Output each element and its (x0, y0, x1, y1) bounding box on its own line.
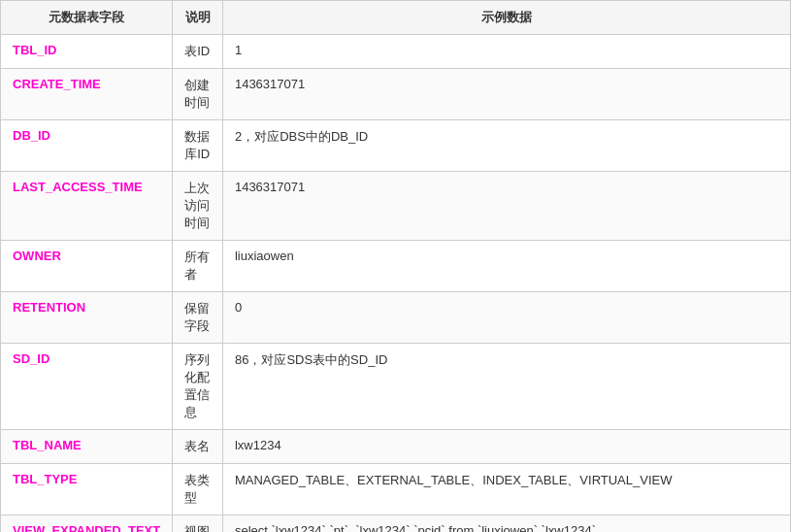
cell-field-name: TBL_TYPE (1, 464, 173, 515)
cell-description: 数据库ID (173, 120, 223, 172)
field-name-text: TBL_NAME (13, 438, 82, 452)
field-name-text: VIEW_EXPANDED_TEXT (13, 523, 160, 532)
cell-example: 1436317071 (222, 172, 790, 241)
field-name-text: DB_ID (13, 128, 50, 143)
cell-description: 所有者 (173, 241, 223, 292)
table-row: TBL_NAME表名lxw1234 (1, 430, 791, 464)
table-row: VIEW_EXPANDED_TEXT视图的详细HQL语句select `lxw1… (1, 515, 791, 533)
table-row: DB_ID数据库ID2，对应DBS中的DB_ID (1, 120, 791, 172)
table-row: RETENTION保留字段0 (1, 292, 791, 344)
cell-example: liuxiaowen (222, 241, 790, 292)
cell-field-name: LAST_ACCESS_TIME (1, 172, 173, 241)
cell-description: 序列化配置信息 (173, 344, 223, 430)
cell-example: 1436317071 (222, 69, 790, 120)
field-name-text: OWNER (13, 249, 61, 263)
cell-field-name: OWNER (1, 241, 173, 292)
cell-field-name: VIEW_EXPANDED_TEXT (1, 515, 173, 533)
table-row: TBL_TYPE表类型MANAGED_TABLE、EXTERNAL_TABLE、… (1, 464, 791, 515)
table-row: TBL_ID表ID1 (1, 35, 791, 69)
header-field: 元数据表字段 (1, 1, 173, 35)
cell-example: lxw1234 (222, 430, 790, 464)
table-row: CREATE_TIME创建时间1436317071 (1, 69, 791, 120)
cell-description: 上次访问时间 (173, 172, 223, 241)
table-row: OWNER所有者liuxiaowen (1, 241, 791, 292)
cell-field-name: TBL_ID (1, 35, 173, 69)
cell-description: 创建时间 (173, 69, 223, 120)
cell-field-name: DB_ID (1, 120, 173, 172)
field-name-text: SD_ID (13, 351, 49, 366)
cell-example: select `lxw1234`.`pt`, `lxw1234`.`pcid` … (222, 515, 790, 533)
cell-field-name: TBL_NAME (1, 430, 173, 464)
cell-example: 86，对应SDS表中的SD_ID (222, 344, 790, 430)
cell-example: MANAGED_TABLE、EXTERNAL_TABLE、INDEX_TABLE… (222, 464, 790, 515)
cell-description: 视图的详细HQL语句 (173, 515, 223, 533)
cell-field-name: SD_ID (1, 344, 173, 430)
field-name-text: TBL_ID (13, 43, 57, 57)
cell-example: 1 (222, 35, 790, 69)
cell-description: 表类型 (173, 464, 223, 515)
cell-description: 保留字段 (173, 292, 223, 344)
cell-description: 表名 (173, 430, 223, 464)
cell-example: 2，对应DBS中的DB_ID (222, 120, 790, 172)
field-name-text: CREATE_TIME (13, 77, 101, 91)
metadata-table: 元数据表字段 说明 示例数据 TBL_ID表ID1CREATE_TIME创建时间… (0, 0, 791, 532)
field-name-text: LAST_ACCESS_TIME (13, 180, 143, 194)
cell-field-name: RETENTION (1, 292, 173, 344)
field-name-text: RETENTION (13, 300, 85, 315)
table-header-row: 元数据表字段 说明 示例数据 (1, 1, 791, 35)
field-name-text: TBL_TYPE (13, 472, 77, 486)
cell-description: 表ID (173, 35, 223, 69)
table-row: SD_ID序列化配置信息86，对应SDS表中的SD_ID (1, 344, 791, 430)
header-description: 说明 (173, 1, 223, 35)
table-row: LAST_ACCESS_TIME上次访问时间1436317071 (1, 172, 791, 241)
cell-example: 0 (222, 292, 790, 344)
header-example: 示例数据 (222, 1, 790, 35)
cell-field-name: CREATE_TIME (1, 69, 173, 120)
